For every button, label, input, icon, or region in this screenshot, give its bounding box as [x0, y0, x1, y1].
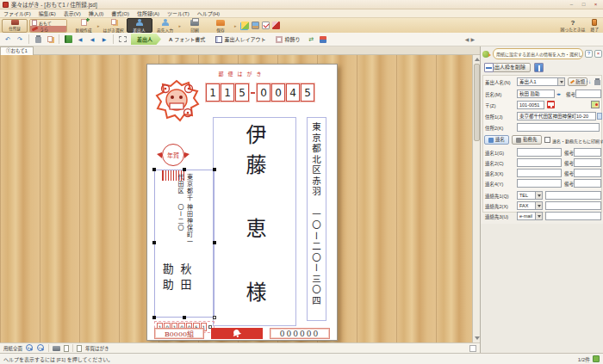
exit-button[interactable]: 終了 — [590, 19, 599, 32]
contact-2-type-select[interactable]: FAX — [517, 201, 543, 210]
sender-frame-selected[interactable]: 東京都千代田区 神田神保町一〇ー二〇 秋田 勘助 — [154, 170, 214, 318]
canvas-corner-icon[interactable] — [469, 345, 476, 352]
save-button[interactable]: 保存 — [208, 18, 233, 33]
workplace-tab[interactable]: 勤務先 — [512, 135, 542, 145]
tab-front-1[interactable]: ①おもて1 — [0, 46, 34, 55]
record-next-icon[interactable]: ▶ — [99, 34, 109, 45]
recipient-address-frame[interactable]: 東京都北区赤羽 一〇ー二〇ー三〇四 — [307, 117, 326, 321]
selection-handle[interactable] — [152, 168, 156, 171]
refresh-icon[interactable]: ⇄ — [306, 34, 316, 45]
sender-mode-button[interactable]: 差出人 — [127, 18, 152, 33]
maximize-button[interactable]: □ — [579, 1, 588, 9]
minimize-button[interactable]: – — [567, 1, 576, 9]
page-setup-icon[interactable] — [64, 345, 69, 352]
joint-name-2-note-field[interactable] — [574, 158, 601, 167]
menu-help[interactable]: ヘルプ(H) — [197, 9, 220, 17]
undo-icon[interactable]: ↶ — [3, 34, 13, 45]
print-button[interactable]: 印刷 — [182, 18, 208, 33]
contact-1-field[interactable] — [545, 191, 601, 200]
joint-names-tab[interactable]: 連名 — [484, 135, 509, 145]
selection-handle[interactable] — [183, 316, 186, 319]
back-side-button[interactable]: うら — [30, 26, 66, 32]
selection-handle[interactable] — [152, 316, 156, 319]
help-button[interactable]: ? 困ったときは — [561, 20, 586, 32]
record-first-icon[interactable]: ◀ — [75, 34, 85, 45]
new-sender-button[interactable]: 新規 — [568, 77, 587, 86]
menu-addressbook[interactable]: 住所録(A) — [137, 9, 159, 17]
selection-handle[interactable] — [183, 168, 186, 171]
vertical-scrollbar[interactable] — [472, 55, 480, 342]
fit-page-button[interactable]: 用紙全面 — [3, 345, 22, 352]
copy-button[interactable] — [45, 34, 55, 45]
sender-select-dropdown[interactable]: 差出人1 — [517, 77, 565, 86]
select-postcard-button[interactable]: はがき選択 — [101, 18, 127, 33]
redo-icon[interactable]: ↷ — [15, 34, 25, 45]
sender-layout-button[interactable]: 差出人レイアウト — [211, 34, 270, 45]
menu-file[interactable]: ファイル(F) — [3, 9, 31, 17]
address1-field[interactable]: 東京都千代田区神田神保町10-20 — [517, 112, 596, 120]
zoom-out-icon[interactable]: − — [37, 344, 45, 352]
delete-sender-icon[interactable] — [594, 78, 600, 85]
joint-name-1-note-field[interactable] — [574, 148, 601, 157]
paper-type-icon[interactable] — [77, 345, 82, 352]
vertical-text-toggle-icon[interactable] — [534, 63, 544, 72]
balloon-close-icon[interactable]: × — [594, 50, 602, 58]
contact-3-type-select[interactable]: e-mail — [517, 212, 543, 220]
palette-icon[interactable] — [241, 22, 249, 29]
recipient-name-frame[interactable]: 伊藤 恵 様 — [213, 117, 296, 326]
contact-1-type-select[interactable]: TEL — [517, 191, 543, 200]
name-note-field[interactable] — [575, 89, 601, 98]
address-list-button[interactable] — [63, 34, 73, 45]
joint-name-1-field[interactable] — [517, 148, 562, 157]
postcard[interactable]: 郵便はがき 1 1 5 0 0 4 5 — [146, 64, 338, 341]
sort-icon[interactable]: ↑↓ — [586, 78, 591, 86]
address2-field[interactable] — [517, 123, 600, 132]
delete-frame-button[interactable] — [33, 34, 43, 45]
name-field[interactable]: 秋田 勘助 — [517, 89, 555, 98]
scrollbar-thumb[interactable] — [474, 64, 480, 141]
front-side-button[interactable]: おもて — [30, 20, 66, 26]
joint-name-4-field[interactable] — [517, 179, 562, 188]
joint-name-3-note-field[interactable] — [574, 169, 601, 177]
map-icon[interactable] — [591, 101, 600, 108]
joint-name-4-note-field[interactable] — [574, 179, 601, 188]
address-book-button[interactable]: 住所録 — [2, 19, 28, 33]
sender-step-button[interactable]: 差出人 — [131, 34, 161, 45]
design-canvas[interactable]: 郵便はがき 1 1 5 0 0 4 5 — [0, 55, 480, 342]
frame-decoration-button[interactable]: 枠飾り — [271, 34, 304, 45]
menu-edit[interactable]: 編集(E) — [39, 9, 56, 17]
record-prev-icon[interactable]: ◀ — [87, 34, 97, 45]
recipient-entry-button[interactable]: 宛先入力 — [152, 18, 178, 33]
postal-lookup-icon[interactable] — [547, 101, 555, 108]
selection-handle[interactable] — [152, 241, 156, 244]
selection-handle[interactable] — [213, 316, 216, 319]
menu-format[interactable]: 書式(O) — [111, 9, 129, 17]
address-option-icon[interactable] — [597, 113, 602, 120]
zoom-in-icon[interactable]: + — [26, 344, 34, 352]
selection-handle[interactable] — [213, 241, 216, 244]
selection-handle[interactable] — [213, 168, 216, 171]
bookmark-button[interactable] — [318, 34, 328, 45]
balloon-help-icon[interactable]: ? — [585, 50, 593, 58]
photo-icon[interactable] — [252, 22, 259, 29]
toolbar-scroll-right-icon[interactable]: ▶ — [470, 36, 475, 42]
postal-field[interactable]: 101-0051 — [517, 101, 544, 109]
menu-view[interactable]: 表示(V) — [64, 9, 81, 17]
menu-insert[interactable]: 挿入(I) — [89, 9, 104, 17]
menu-tools[interactable]: ツール(T) — [167, 9, 190, 17]
new-document-button[interactable]: 新規作成 — [71, 18, 96, 33]
print-both-checkbox[interactable] — [544, 137, 550, 143]
contact-3-field[interactable] — [545, 212, 601, 220]
pen-icon[interactable] — [272, 22, 280, 29]
checklist-icon[interactable] — [262, 22, 270, 29]
toolbar-scroll-left-icon[interactable]: ◀ — [465, 36, 469, 42]
font-format-button[interactable]: A フォント書式 — [165, 34, 209, 45]
close-button[interactable]: × — [591, 1, 600, 9]
horizontal-text-toggle-icon[interactable] — [484, 63, 494, 72]
recipient-postal-code-boxes[interactable]: 1 1 5 0 0 4 5 — [206, 83, 314, 102]
joint-name-2-field[interactable] — [517, 158, 562, 167]
frame-select-button[interactable] — [117, 34, 127, 45]
print-preview-icon[interactable] — [53, 346, 60, 351]
swap-name-icon[interactable]: ◂▸ — [556, 91, 561, 96]
contact-2-field[interactable] — [545, 201, 601, 210]
